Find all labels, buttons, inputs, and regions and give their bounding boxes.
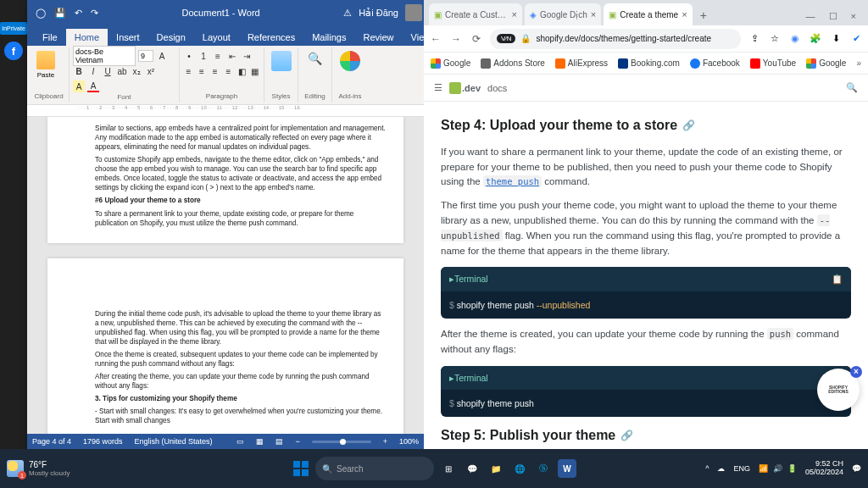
- bookmark-google2[interactable]: Google: [806, 58, 846, 69]
- theme-push-link[interactable]: theme push: [483, 175, 542, 187]
- heading[interactable]: 3. Tips for customizing your Shopify the…: [95, 394, 387, 403]
- subscript-button[interactable]: x₂: [131, 65, 142, 77]
- redo-icon[interactable]: ↷: [91, 8, 98, 19]
- volume-icon[interactable]: 🔊: [773, 464, 782, 473]
- zoom-level[interactable]: 100%: [399, 437, 419, 446]
- shading-button[interactable]: ◧: [236, 65, 248, 77]
- align-center-button[interactable]: ≡: [197, 65, 208, 77]
- addins-icon[interactable]: [340, 51, 360, 71]
- body-text[interactable]: To customize Shopify app embeds, navigat…: [95, 155, 387, 192]
- bold-button[interactable]: B: [73, 65, 85, 77]
- align-right-button[interactable]: ≡: [209, 65, 220, 77]
- download-icon[interactable]: ⬇: [829, 32, 843, 46]
- document-area[interactable]: Similar to sections, app embeds have a c…: [27, 117, 424, 434]
- taskbar-clock[interactable]: 9:52 CH 05/02/2024: [805, 460, 843, 477]
- tab-references[interactable]: References: [239, 29, 303, 46]
- body-text[interactable]: Once the theme is created, subsequent up…: [95, 350, 387, 369]
- tab-insert[interactable]: Insert: [108, 29, 148, 46]
- tab-custom-shop[interactable]: ▣Create a Custom Shop×: [429, 3, 522, 25]
- group-addins[interactable]: Add-ins: [336, 92, 364, 101]
- minimize-icon[interactable]: —: [806, 11, 815, 22]
- tab-create-theme[interactable]: ▣Create a theme×: [604, 3, 692, 25]
- warning-icon[interactable]: ⚠: [343, 8, 352, 19]
- font-color-button[interactable]: A: [87, 80, 99, 92]
- ext-icon[interactable]: ◉: [788, 32, 802, 46]
- ext-icon[interactable]: ✔: [849, 32, 863, 46]
- share-icon[interactable]: ⇪: [748, 32, 761, 46]
- body-text[interactable]: To share a permanent link to your theme,…: [95, 209, 387, 228]
- back-icon[interactable]: ←: [429, 33, 442, 45]
- explorer-icon[interactable]: 📁: [487, 459, 505, 478]
- find-icon[interactable]: 🔍: [306, 49, 325, 68]
- word-count[interactable]: 1796 words: [83, 437, 123, 446]
- bookmark-google[interactable]: Google: [431, 58, 470, 69]
- skype-icon[interactable]: Ⓢ: [534, 459, 553, 478]
- body-text[interactable]: - Start with small changes: It's easy to…: [95, 407, 387, 425]
- tab-mailings[interactable]: Mailings: [303, 29, 354, 46]
- ruler-horizontal[interactable]: · · · 1 · · · 2 · · · 3 · · · 4 · · · 5 …: [27, 105, 424, 117]
- tab-layout[interactable]: Layout: [194, 29, 239, 46]
- task-view-icon[interactable]: ⊞: [439, 459, 458, 478]
- italic-button[interactable]: I: [87, 65, 99, 77]
- bullets-button[interactable]: •: [183, 50, 195, 62]
- body-text[interactable]: After creating the theme, you can update…: [95, 372, 387, 391]
- grow-font-icon[interactable]: A: [156, 50, 168, 62]
- copy-icon[interactable]: 📋: [832, 272, 843, 286]
- underline-button[interactable]: U: [102, 65, 114, 77]
- strike-button[interactable]: ab: [116, 65, 128, 77]
- view-read-icon[interactable]: ▭: [236, 437, 244, 446]
- edge-icon[interactable]: 🌐: [510, 459, 529, 478]
- page-indicator[interactable]: Page 4 of 4: [32, 437, 71, 446]
- word-taskbar-icon[interactable]: W: [558, 459, 576, 478]
- anchor-link-icon[interactable]: 🔗: [682, 118, 695, 134]
- bookmark-booking[interactable]: Booking.com: [618, 58, 680, 69]
- maximize-icon[interactable]: ☐: [829, 11, 837, 22]
- bookmark-facebook[interactable]: Facebook: [690, 58, 740, 69]
- wifi-icon[interactable]: 📶: [759, 464, 768, 473]
- onedrive-icon[interactable]: ☁: [717, 464, 725, 473]
- align-left-button[interactable]: ≡: [183, 65, 194, 77]
- font-size-select[interactable]: 9: [138, 50, 153, 62]
- language-indicator[interactable]: English (United States): [135, 437, 213, 446]
- group-editing[interactable]: Editing: [302, 92, 328, 101]
- view-web-icon[interactable]: ▤: [275, 437, 283, 446]
- save-icon[interactable]: 💾: [54, 8, 66, 19]
- tab-home[interactable]: Home: [66, 29, 108, 46]
- body-text[interactable]: During the initial theme code push, it's…: [95, 309, 387, 347]
- language-indicator[interactable]: ENG: [733, 464, 750, 473]
- battery-icon[interactable]: 🔋: [787, 464, 797, 473]
- forward-icon[interactable]: →: [449, 33, 463, 45]
- weather-widget[interactable]: 76°F Mostly cloudy: [7, 460, 70, 477]
- highlight-button[interactable]: A: [73, 80, 85, 92]
- indent-right-button[interactable]: ⇥: [241, 50, 253, 62]
- font-name-select[interactable]: docs-Be Vietnam: [73, 46, 136, 66]
- zoom-out-button[interactable]: −: [295, 437, 299, 446]
- tab-design[interactable]: Design: [148, 29, 194, 46]
- notifications-icon[interactable]: 💬: [852, 464, 861, 473]
- avatar[interactable]: [405, 4, 422, 21]
- user-name[interactable]: Hải Đăng: [359, 8, 398, 19]
- chat-icon[interactable]: 💬: [463, 459, 481, 478]
- tab-review[interactable]: Review: [355, 29, 403, 46]
- justify-button[interactable]: ≡: [223, 65, 234, 77]
- paste-button[interactable]: Paste: [32, 49, 59, 79]
- shopify-logo[interactable]: .dev: [449, 82, 481, 94]
- zoom-in-button[interactable]: +: [383, 437, 387, 446]
- body-text[interactable]: Similar to sections, app embeds have a c…: [95, 124, 387, 152]
- facebook-icon[interactable]: f: [4, 42, 23, 60]
- superscript-button[interactable]: x²: [145, 65, 157, 77]
- tab-google-translate[interactable]: ◈Google Dịch×: [525, 3, 601, 25]
- bookmark-youtube[interactable]: YouTube: [750, 58, 796, 69]
- anchor-link-icon[interactable]: 🔗: [620, 428, 633, 444]
- close-icon[interactable]: ×: [682, 9, 687, 19]
- new-tab-button[interactable]: +: [695, 8, 712, 25]
- shopify-editions-badge[interactable]: SHOPIFY EDITIONS: [817, 369, 860, 411]
- undo-icon[interactable]: ↶: [75, 8, 82, 19]
- start-button[interactable]: [292, 459, 310, 478]
- reload-icon[interactable]: ⟳: [470, 33, 483, 45]
- docs-link[interactable]: docs: [487, 83, 507, 93]
- autosave-toggle[interactable]: ◯: [36, 8, 46, 19]
- heading[interactable]: #6 Upload your theme to a store: [95, 196, 387, 205]
- extensions-icon[interactable]: 🧩: [809, 32, 822, 46]
- bookmarks-overflow[interactable]: »: [856, 58, 861, 68]
